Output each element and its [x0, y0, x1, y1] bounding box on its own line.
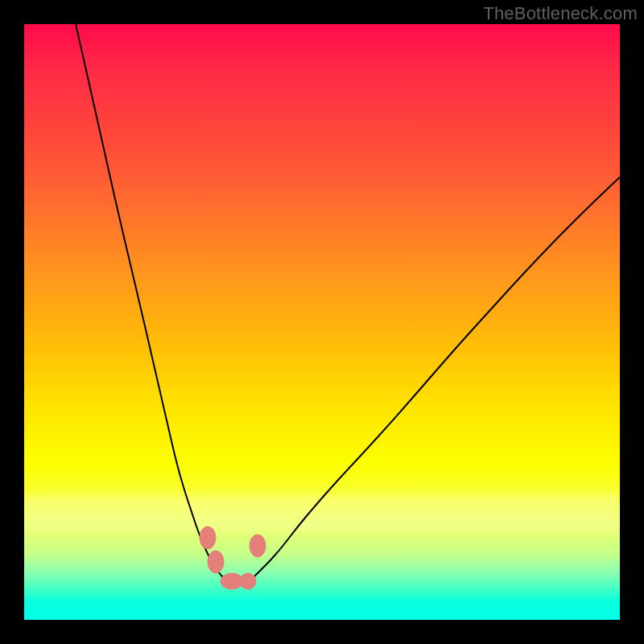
plot-frame — [24, 24, 620, 620]
curve-layer — [24, 24, 620, 620]
blob-4 — [240, 573, 256, 589]
blob-1 — [200, 526, 216, 549]
watermark-text: TheBottleneck.com — [483, 3, 638, 24]
blob-2 — [208, 551, 224, 573]
right-curve — [251, 177, 620, 580]
blob-5 — [250, 535, 266, 557]
left-curve — [76, 24, 221, 575]
